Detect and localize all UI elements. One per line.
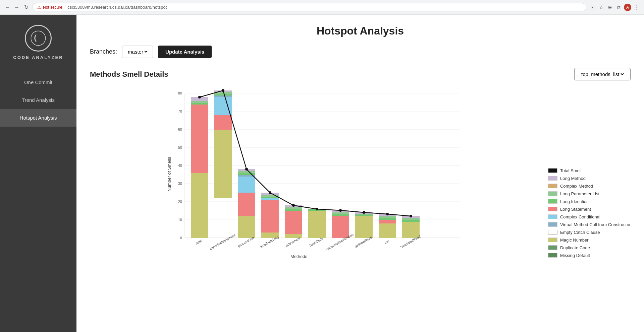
legend-label: Duplicate Code: [560, 245, 590, 250]
bar-canonicalizeToIndels: canonicalizeToIndels: [326, 210, 354, 251]
sidebar-nav: One Commit Trend Analysis Hotspot Analys…: [0, 73, 76, 127]
browser-chrome: ← → ↻ ⚠ Not secure | csci5308vm3.researc…: [0, 0, 644, 15]
svg-text:30: 30: [178, 182, 182, 186]
legend-item-long-identifier: Long Identifier: [548, 199, 631, 204]
address-bar[interactable]: ⚠ Not secure | csci5308vm3.research.cs.d…: [32, 3, 586, 11]
svg-rect-23: [191, 105, 208, 173]
svg-rect-28: [214, 130, 232, 198]
back-button[interactable]: ←: [4, 4, 11, 11]
menu-icon[interactable]: ⋮: [633, 4, 640, 11]
svg-rect-53: [285, 209, 302, 211]
cast-icon[interactable]: ⊡: [589, 4, 596, 11]
sidebar-item-trend-analysis[interactable]: Trend Analysis: [0, 91, 76, 109]
svg-rect-31: [214, 95, 232, 97]
sidebar-item-one-commit[interactable]: One Commit: [0, 73, 76, 91]
svg-text:20: 20: [178, 200, 182, 204]
svg-rect-29: [214, 115, 232, 130]
legend-label: Virtual Method Call from Constructor: [560, 222, 631, 227]
branch-dropdown[interactable]: master: [126, 49, 149, 55]
legend-label: Total Smell: [560, 168, 582, 173]
bookmark-icon[interactable]: ☆: [598, 4, 604, 11]
svg-text:80: 80: [178, 91, 182, 95]
svg-rect-30: [214, 97, 232, 115]
trend-dot: [269, 191, 271, 194]
extension-icon[interactable]: ⊕: [606, 4, 613, 11]
trend-dot: [316, 208, 318, 210]
legend-item-magic-number: Magic Number: [548, 238, 631, 243]
svg-rect-32: [214, 94, 232, 95]
svg-rect-37: [238, 193, 255, 216]
svg-rect-22: [191, 173, 208, 238]
svg-rect-70: [379, 220, 396, 223]
branch-select-wrapper[interactable]: master: [122, 46, 153, 58]
bar-chart: Number of Smells 0 10 20 30: [90, 87, 541, 261]
svg-rect-54: [285, 207, 302, 209]
trend-dot: [386, 213, 389, 215]
svg-rect-76: [402, 220, 420, 222]
page-title: Hotspot Analysis: [90, 25, 631, 37]
chart-container: Number of Smells 0 10 20 30: [90, 87, 631, 325]
svg-text:40: 40: [178, 163, 182, 168]
branches-label: Branches:: [90, 48, 117, 55]
forward-button[interactable]: →: [13, 4, 20, 11]
legend-item-complex-conditional: Complex Conditional: [548, 214, 631, 219]
svg-text:main: main: [195, 239, 203, 245]
legend-item-complex-method: Complex Method: [548, 184, 631, 189]
svg-rect-36: [238, 216, 255, 238]
bar-SimulatedRead: SimulatedRead: [399, 216, 421, 249]
svg-rect-46: [261, 198, 279, 200]
svg-rect-61: [332, 214, 349, 216]
sidebar-item-hotspot-analysis[interactable]: Hotspot Analysis: [0, 109, 76, 127]
legend-item-empty-catch: Empty Catch Clause: [548, 230, 631, 235]
bar-localMatching: localMatching: [260, 193, 279, 249]
legend-item-duplicate-code: Duplicate Code: [548, 245, 631, 250]
svg-text:50: 50: [178, 145, 182, 149]
trend-dot: [222, 89, 224, 92]
svg-rect-47: [261, 197, 279, 198]
svg-text:70: 70: [178, 109, 182, 113]
controls-row: Branches: master Update Analysis: [90, 46, 631, 58]
avatar-icon[interactable]: A: [624, 4, 631, 11]
legend-label: Empty Catch Clause: [560, 230, 600, 235]
svg-rect-65: [355, 216, 373, 238]
svg-text:0: 0: [180, 236, 182, 240]
bar-addVariant: addVariant: [285, 205, 302, 248]
chart-wrapper: Number of Smells 0 10 20 30: [90, 87, 541, 325]
methods-dropdown-wrapper[interactable]: top_methods_list: [574, 68, 631, 80]
reload-button[interactable]: ↻: [23, 4, 30, 11]
trend-dot: [339, 209, 342, 212]
svg-point-0: [31, 31, 45, 45]
chart-legend: Total Smell Long Method Complex Method L…: [548, 87, 631, 325]
trend-dot: [245, 168, 248, 171]
svg-rect-75: [402, 222, 420, 238]
legend-label: Complex Conditional: [560, 214, 600, 219]
methods-dropdown[interactable]: top_methods_list: [580, 71, 625, 77]
sidebar: CODE ANALYZER One Commit Trend Analysis …: [0, 15, 76, 332]
main-content: Hotspot Analysis Branches: master Update…: [76, 15, 644, 332]
update-analysis-button[interactable]: Update Analysis: [158, 46, 212, 58]
logo: CODE ANALYZER: [13, 25, 63, 60]
bar-run: run: [379, 214, 396, 245]
svg-text:Number of Smells: Number of Smells: [167, 157, 172, 192]
svg-rect-24: [191, 103, 208, 105]
svg-rect-62: [332, 212, 349, 214]
logo-circle: [25, 25, 52, 52]
svg-rect-41: [238, 171, 255, 173]
bar-canonicalizeVariant: canonicalizeVariant: [209, 90, 236, 251]
security-warning: ⚠: [37, 5, 41, 10]
svg-rect-57: [308, 211, 326, 238]
puzzle-icon[interactable]: ⧉: [615, 4, 622, 11]
logo-icon: [30, 30, 47, 47]
svg-rect-77: [402, 218, 420, 220]
trend-dot: [363, 211, 365, 214]
security-label: Not secure: [43, 5, 62, 10]
section-header: Methods Smell Details top_methods_list: [90, 68, 631, 80]
legend-label: Magic Number: [560, 238, 589, 243]
svg-text:60: 60: [178, 127, 182, 131]
bar-getNextRead: getNextRead: [354, 212, 373, 248]
legend-label: Missing Default: [560, 253, 590, 258]
svg-rect-25: [191, 101, 208, 103]
section-title: Methods Smell Details: [90, 70, 168, 79]
browser-actions: ⊡ ☆ ⊕ ⧉ A ⋮: [589, 4, 640, 11]
svg-rect-38: [238, 177, 255, 193]
